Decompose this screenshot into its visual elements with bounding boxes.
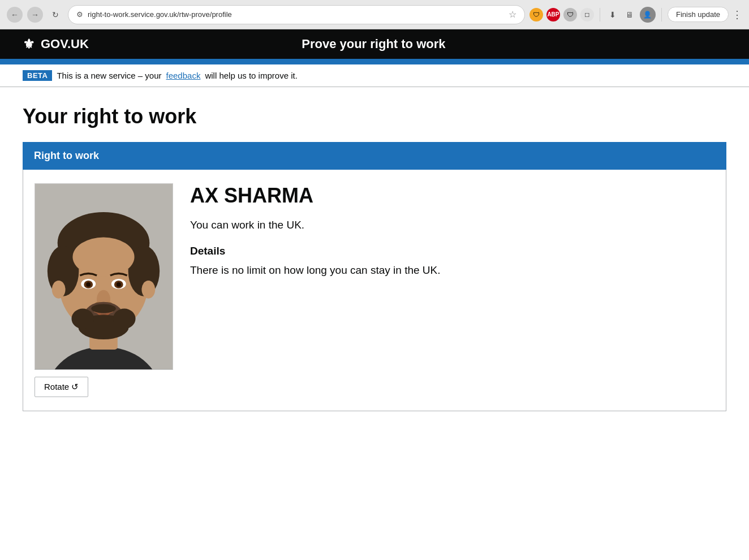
rtw-card-header: Right to work bbox=[23, 142, 726, 170]
finish-update-button[interactable]: Finish update bbox=[668, 7, 729, 22]
svg-point-22 bbox=[52, 281, 66, 299]
svg-point-12 bbox=[86, 282, 91, 287]
rtw-status: You can work in the UK. bbox=[190, 219, 714, 231]
toolbar-divider bbox=[600, 8, 600, 21]
feedback-link[interactable]: feedback bbox=[166, 71, 201, 80]
page-wrapper: ← → ↻ ⚙ right-to-work.service.gov.uk/rtw… bbox=[0, 0, 749, 560]
extension-icon-3: 🛡 bbox=[563, 8, 577, 21]
rtw-details-text: There is no limit on how long you can st… bbox=[190, 264, 714, 277]
person-photo bbox=[35, 183, 173, 370]
forward-button[interactable]: → bbox=[27, 7, 43, 23]
extension-icon-4: □ bbox=[580, 8, 594, 21]
svg-point-7 bbox=[72, 238, 134, 277]
svg-point-13 bbox=[117, 282, 121, 287]
rtw-card-body: Rotate ↺ AX SHARMA You can work in the U… bbox=[23, 170, 726, 411]
cast-icon[interactable]: 🖥 bbox=[623, 8, 636, 21]
back-button[interactable]: ← bbox=[7, 7, 23, 23]
browser-menu-icon[interactable]: ⋮ bbox=[732, 8, 742, 21]
svg-point-23 bbox=[141, 281, 155, 299]
beta-banner: BETA This is a new service – your feedba… bbox=[0, 64, 749, 87]
rotate-button[interactable]: Rotate ↺ bbox=[35, 377, 88, 397]
govuk-header: ⚜ GOV.UK Prove your right to work bbox=[0, 29, 749, 59]
browser-toolbar: 🛡 ABP 🛡 □ ⬇ 🖥 👤 Finish update ⋮ bbox=[530, 7, 742, 23]
bookmark-icon[interactable]: ☆ bbox=[509, 9, 516, 20]
beta-text-before: This is a new service – your bbox=[57, 71, 161, 80]
rtw-card: Right to work bbox=[23, 142, 726, 411]
browser-chrome: ← → ↻ ⚙ right-to-work.service.gov.uk/rtw… bbox=[0, 0, 749, 29]
extension-icon-2: ABP bbox=[546, 8, 560, 21]
govuk-logo-text: GOV.UK bbox=[41, 37, 89, 51]
govuk-header-title: Prove your right to work bbox=[302, 37, 445, 51]
url-text: right-to-work.service.gov.uk/rtw-prove/p… bbox=[88, 10, 504, 19]
main-content: Your right to work Right to work bbox=[0, 87, 749, 540]
rtw-details-label: Details bbox=[190, 245, 714, 257]
person-name: AX SHARMA bbox=[190, 183, 714, 208]
profile-avatar[interactable]: 👤 bbox=[640, 7, 656, 23]
toolbar-divider-2 bbox=[661, 8, 662, 21]
progress-bar bbox=[0, 59, 749, 64]
rtw-photo-section: Rotate ↺ bbox=[35, 183, 173, 397]
page-heading: Your right to work bbox=[23, 104, 726, 128]
govuk-logo[interactable]: ⚜ GOV.UK bbox=[23, 36, 89, 52]
svg-point-19 bbox=[71, 309, 94, 329]
address-bar[interactable]: ⚙ right-to-work.service.gov.uk/rtw-prove… bbox=[68, 5, 525, 24]
extension-icon-1: 🛡 bbox=[530, 8, 543, 21]
rtw-card-header-title: Right to work bbox=[34, 150, 99, 161]
download-icon[interactable]: ⬇ bbox=[606, 8, 619, 21]
reload-button[interactable]: ↻ bbox=[48, 7, 63, 23]
crown-icon: ⚜ bbox=[23, 36, 35, 52]
beta-tag: BETA bbox=[23, 70, 52, 81]
svg-point-21 bbox=[91, 304, 116, 313]
rtw-info: AX SHARMA You can work in the UK. Detail… bbox=[190, 183, 714, 277]
svg-point-20 bbox=[113, 309, 136, 329]
site-info-icon: ⚙ bbox=[76, 10, 83, 19]
beta-text-after: will help us to improve it. bbox=[205, 71, 297, 80]
finish-update-label: Finish update bbox=[676, 10, 720, 19]
